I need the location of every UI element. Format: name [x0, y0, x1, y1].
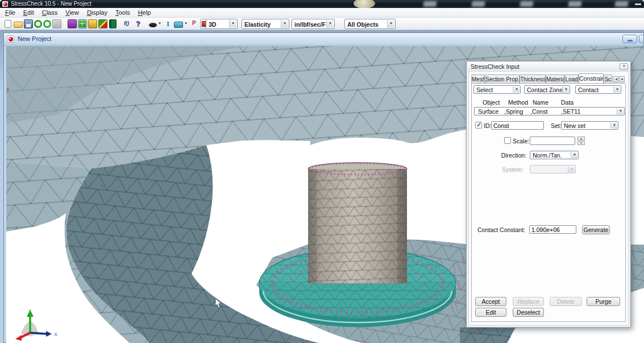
record-cell-name: ,Const: [530, 108, 547, 115]
id-checkbox[interactable]: [475, 122, 482, 129]
spinner-down-icon[interactable]: [577, 141, 585, 145]
chevron-down-icon: [387, 20, 394, 28]
import-icon[interactable]: [34, 20, 42, 28]
window-title: StressCheck 10.5 - New Project: [11, 1, 92, 7]
menu-edit[interactable]: Edit: [19, 9, 38, 16]
close-icon[interactable]: [620, 63, 628, 70]
menu-class[interactable]: Class: [38, 9, 62, 16]
scale-checkbox[interactable]: [504, 137, 511, 144]
toolbar-separator: [120, 20, 121, 28]
dimension-select[interactable]: 3D: [206, 19, 238, 29]
method-select[interactable]: Select: [473, 85, 521, 94]
tab-scroll-right-icon[interactable]: [619, 76, 625, 82]
print-icon[interactable]: [52, 19, 61, 28]
mesh-view-icon[interactable]: [78, 19, 87, 28]
record-header-name: Name: [533, 99, 549, 106]
scale-label: Scale:: [513, 138, 529, 144]
scale-input[interactable]: [530, 137, 575, 145]
menu-display[interactable]: Display: [83, 9, 111, 16]
id-input[interactable]: [491, 121, 544, 130]
new-file-icon[interactable]: [5, 20, 11, 28]
class-palette-icon[interactable]: [68, 19, 77, 28]
type-select[interactable]: Contact: [575, 85, 621, 94]
main-titlebar: StressCheck 10.5 - New Project: [0, 0, 644, 8]
generate-button[interactable]: Generate: [582, 225, 610, 234]
tab-solution[interactable]: Sc: [604, 75, 612, 83]
scale-stepper[interactable]: [577, 137, 585, 145]
titlebar-reflection: [614, 1, 628, 7]
tab-scroll-left-icon[interactable]: [613, 76, 618, 82]
open-project-icon[interactable]: [14, 22, 23, 28]
menu-tools[interactable]: Tools: [111, 9, 134, 16]
tab-constraint[interactable]: Constraint: [579, 73, 604, 83]
dialog-titlebar[interactable]: StressCheck Input: [467, 62, 630, 71]
document-titlebar[interactable]: New Project: [4, 33, 643, 46]
spinner-up-icon[interactable]: [577, 137, 585, 140]
zone-select[interactable]: Contact Zone: [524, 85, 570, 94]
system-select[interactable]: [530, 165, 576, 173]
record-header-method: Method: [508, 99, 528, 106]
dialog-body: Mesh Section Prop. Thickness Material Lo…: [468, 71, 629, 325]
tab-section-prop[interactable]: Section Prop.: [485, 75, 520, 83]
chevron-down-icon: [513, 86, 520, 93]
ibeam-tool-icon[interactable]: [164, 19, 173, 28]
purge-button[interactable]: Purge: [587, 297, 620, 306]
formula-icon[interactable]: [123, 19, 132, 28]
constraint-pane: Select Contact Zone Contact Object Metho…: [471, 83, 626, 322]
titlebar-reflection: [471, 1, 485, 7]
document-minimize-button[interactable]: [622, 35, 637, 43]
save-icon[interactable]: [24, 19, 33, 28]
deselect-button[interactable]: Deselect: [513, 308, 544, 317]
menu-view[interactable]: View: [61, 9, 83, 16]
tab-mesh[interactable]: Mesh: [471, 75, 485, 83]
pin-cylinder-mesh: [308, 163, 407, 288]
tab-thickness[interactable]: Thickness: [520, 75, 546, 83]
titlebar-reflection: [423, 1, 437, 7]
toolbar-icons: [3, 19, 233, 29]
chevron-down-icon: [326, 20, 334, 28]
titlebar-reflection: [568, 1, 581, 7]
chevron-down-icon[interactable]: [184, 19, 189, 28]
chevron-down-icon: [610, 122, 617, 129]
menu-file[interactable]: File: [1, 9, 19, 16]
glow-orb: [354, 0, 375, 8]
menu-bar: File Edit Class View Display Tools Help: [0, 8, 644, 18]
document-maximize-button[interactable]: [639, 35, 643, 43]
selection-filter-select[interactable]: All Objects: [344, 19, 396, 29]
checks-icon[interactable]: [98, 19, 107, 28]
mode-select[interactable]: Elasticity: [242, 19, 289, 29]
export-icon[interactable]: [43, 20, 51, 28]
replace-button[interactable]: Replace: [513, 297, 544, 306]
chevron-down-icon[interactable]: [158, 19, 163, 28]
toolbar: 3D Elasticity in/lbf/sec/F All Objects: [0, 18, 644, 30]
document-title: New Project: [18, 35, 51, 42]
tab-material[interactable]: Material: [546, 75, 564, 83]
help-icon[interactable]: [134, 19, 143, 28]
draw-tool-icon[interactable]: [149, 23, 157, 27]
system-label: System:: [483, 166, 523, 173]
titlebar-reflection: [520, 1, 533, 7]
geometry-view-icon[interactable]: [88, 19, 97, 28]
toolbar-separator: [146, 20, 146, 28]
units-select[interactable]: in/lbf/sec/F: [292, 19, 335, 29]
direction-select[interactable]: Norm./Tan.: [530, 151, 579, 159]
folder-tool-icon[interactable]: [174, 22, 183, 28]
record-select[interactable]: Surface ,Spring ,Const ,SET11: [474, 107, 625, 115]
contact-constant-label: Contact Constant:: [475, 226, 525, 233]
chevron-down-icon: [571, 152, 577, 158]
menu-help[interactable]: Help: [134, 9, 155, 16]
record-cell-object: Surface: [478, 108, 498, 115]
edit-button[interactable]: Edit: [475, 308, 506, 317]
contact-constant-input[interactable]: [529, 225, 576, 234]
delete-button[interactable]: Delete: [550, 297, 582, 306]
library-icon[interactable]: [109, 19, 117, 28]
record-header-data: Data: [561, 99, 574, 106]
minimize-button[interactable]: [635, 3, 641, 5]
triad-x-label: X: [54, 332, 57, 337]
set-select[interactable]: New set: [561, 121, 618, 130]
points-tool-icon[interactable]: [190, 19, 199, 28]
accept-button[interactable]: Accept: [475, 297, 506, 306]
chevron-down-icon: [613, 86, 620, 93]
app-logo-icon: [2, 1, 8, 7]
tab-load[interactable]: Load: [564, 75, 579, 83]
